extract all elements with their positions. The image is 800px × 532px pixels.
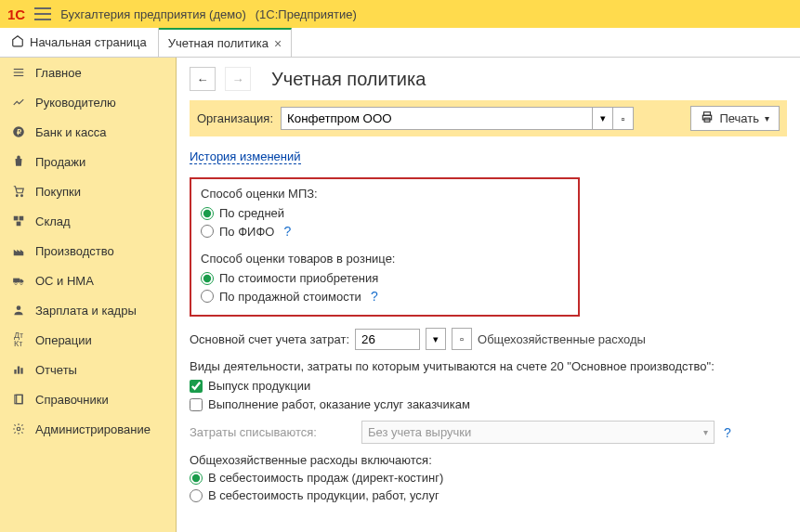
radio-retail-sale-label: По продажной стоимости bbox=[219, 290, 361, 304]
svg-point-11 bbox=[15, 282, 17, 284]
mpz-label: Способ оценки МПЗ: bbox=[201, 187, 569, 201]
svg-point-5 bbox=[16, 195, 18, 197]
print-label: Печать bbox=[719, 111, 759, 125]
chevron-down-icon: ▾ bbox=[703, 427, 708, 437]
sidebar-item-label: ОС и НМА bbox=[35, 274, 94, 288]
main-menu-icon[interactable] bbox=[34, 7, 51, 20]
organization-row: Организация: ▾ ▫ Печать ▾ bbox=[190, 100, 787, 136]
writeoff-select-disabled: Без учета выручки ▾ bbox=[361, 421, 715, 444]
radio-retail-sale[interactable] bbox=[201, 290, 214, 303]
platform-name: (1С:Предприятие) bbox=[256, 7, 357, 21]
sidebar-item-12[interactable]: Администрирование bbox=[0, 414, 176, 444]
sidebar-item-1[interactable]: Руководителю bbox=[0, 87, 176, 117]
radio-mpz-fifo[interactable] bbox=[201, 225, 214, 238]
svg-rect-15 bbox=[18, 367, 20, 374]
svg-rect-8 bbox=[20, 216, 24, 221]
sidebar-item-label: Руководителю bbox=[35, 96, 116, 110]
account-open-button[interactable]: ▫ bbox=[452, 328, 472, 350]
radio-gen-cost-label: В себестоимость продукции, работ, услуг bbox=[208, 488, 439, 502]
sidebar-item-0[interactable]: Главное bbox=[0, 58, 176, 87]
history-link[interactable]: История изменений bbox=[190, 149, 301, 164]
person-icon bbox=[11, 303, 26, 318]
sidebar-item-label: Производство bbox=[35, 244, 114, 258]
account-input[interactable] bbox=[355, 329, 420, 350]
retail-label: Способ оценки товаров в рознице: bbox=[201, 252, 569, 266]
sidebar-item-3[interactable]: Продажи bbox=[0, 147, 176, 176]
svg-rect-7 bbox=[14, 216, 19, 221]
svg-rect-18 bbox=[17, 395, 22, 403]
org-dropdown-button[interactable]: ▾ bbox=[593, 107, 613, 130]
print-icon bbox=[701, 110, 714, 126]
sidebar-item-label: Банк и касса bbox=[35, 125, 107, 139]
account-description: Общехозяйственные расходы bbox=[478, 332, 646, 346]
svg-rect-10 bbox=[13, 279, 20, 283]
svg-text:₽: ₽ bbox=[17, 128, 21, 136]
checkbox-works[interactable] bbox=[190, 398, 203, 411]
help-icon[interactable]: ? bbox=[724, 425, 731, 440]
org-label: Организация: bbox=[197, 111, 273, 125]
writeoff-placeholder: Без учета выручки bbox=[368, 425, 471, 439]
svg-point-12 bbox=[20, 282, 22, 284]
radio-retail-cost[interactable] bbox=[201, 272, 214, 285]
bars-icon bbox=[11, 362, 26, 377]
account-dropdown-button[interactable]: ▾ bbox=[426, 328, 446, 350]
help-icon[interactable]: ? bbox=[371, 289, 378, 304]
svg-rect-14 bbox=[14, 370, 16, 374]
sidebar-item-7[interactable]: ОС и НМА bbox=[0, 266, 176, 295]
tabs-row: Начальная страница Учетная политика × bbox=[0, 28, 800, 58]
ruble-icon: ₽ bbox=[11, 124, 26, 139]
book-icon bbox=[11, 392, 26, 407]
sidebar-item-label: Операции bbox=[35, 333, 92, 347]
writeoff-label: Затраты списываются: bbox=[190, 425, 317, 439]
doc-icon: ДтКт bbox=[11, 332, 26, 347]
tab-close-icon[interactable]: × bbox=[274, 36, 282, 51]
bag-icon bbox=[11, 154, 26, 169]
cart-icon bbox=[11, 184, 26, 199]
checkbox-output[interactable] bbox=[190, 380, 203, 393]
checkbox-output-label: Выпуск продукции bbox=[208, 379, 310, 393]
print-button[interactable]: Печать ▾ bbox=[690, 106, 780, 131]
radio-mpz-average[interactable] bbox=[201, 207, 214, 220]
sidebar-item-6[interactable]: Производство bbox=[0, 236, 176, 266]
radio-gen-cost[interactable] bbox=[190, 489, 203, 502]
home-tab[interactable]: Начальная страница bbox=[0, 28, 159, 57]
org-input[interactable] bbox=[281, 107, 593, 130]
svg-point-13 bbox=[17, 305, 21, 310]
sidebar-item-9[interactable]: ДтКтОперации bbox=[0, 325, 176, 355]
sidebar-item-4[interactable]: Покупки bbox=[0, 176, 176, 206]
sidebar-item-label: Отчеты bbox=[35, 363, 77, 377]
sidebar-item-10[interactable]: Отчеты bbox=[0, 355, 176, 384]
radio-gen-direct[interactable] bbox=[190, 472, 203, 485]
chart-icon bbox=[11, 95, 26, 110]
sidebar-item-label: Справочники bbox=[35, 393, 109, 407]
sidebar-item-label: Покупки bbox=[35, 185, 81, 199]
radio-retail-cost-label: По стоимости приобретения bbox=[219, 271, 378, 285]
sidebar-item-label: Зарплата и кадры bbox=[35, 304, 137, 318]
gen-expenses-label: Общехозяйственные расходы включаются: bbox=[190, 453, 787, 467]
boxes-icon bbox=[11, 214, 26, 228]
sidebar-item-label: Главное bbox=[35, 66, 82, 80]
chevron-down-icon: ▾ bbox=[765, 113, 769, 123]
logo-1c: 1C bbox=[7, 6, 25, 22]
sidebar-item-5[interactable]: Склад bbox=[0, 206, 176, 236]
svg-point-19 bbox=[17, 427, 20, 431]
svg-rect-9 bbox=[17, 222, 21, 227]
gear-icon bbox=[11, 422, 26, 436]
org-open-button[interactable]: ▫ bbox=[613, 107, 634, 130]
help-icon[interactable]: ? bbox=[283, 224, 291, 239]
nav-forward-button: → bbox=[225, 67, 251, 91]
sidebar-item-11[interactable]: Справочники bbox=[0, 384, 176, 414]
home-tab-label: Начальная страница bbox=[30, 35, 147, 49]
svg-point-6 bbox=[21, 195, 23, 197]
truck-icon bbox=[11, 273, 26, 288]
svg-rect-16 bbox=[20, 368, 22, 373]
sidebar-item-8[interactable]: Зарплата и кадры bbox=[0, 295, 176, 325]
highlighted-settings-box: Способ оценки МПЗ: По средней По ФИФО ? … bbox=[190, 177, 580, 317]
tab-accounting-policy[interactable]: Учетная политика × bbox=[159, 28, 292, 57]
radio-mpz-average-label: По средней bbox=[219, 206, 284, 220]
sidebar-item-2[interactable]: ₽Банк и касса bbox=[0, 117, 176, 147]
sidebar-item-label: Продажи bbox=[35, 155, 85, 169]
home-icon bbox=[11, 34, 24, 50]
account-label: Основной счет учета затрат: bbox=[190, 332, 349, 346]
nav-back-button[interactable]: ← bbox=[190, 67, 216, 91]
